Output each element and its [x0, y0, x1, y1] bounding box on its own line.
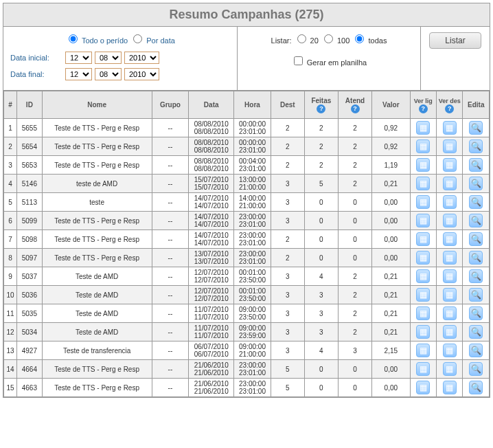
calendar-icon[interactable]: ▦ [416, 269, 430, 283]
magnifier-icon[interactable]: 🔍 [469, 344, 483, 357]
cell-num: 13 [4, 341, 17, 360]
cell-feitas: 0 [304, 360, 338, 379]
calendar-icon[interactable]: ▦ [416, 214, 430, 227]
calendar-icon[interactable]: ▦ [416, 288, 430, 302]
magnifier-icon[interactable]: 🔍 [469, 195, 483, 209]
calendar-icon[interactable]: ▦ [443, 121, 457, 135]
calendar-icon[interactable]: ▦ [416, 139, 430, 153]
table-row: 144664Teste de TTS - Perg e Resp--21/06/… [4, 360, 490, 379]
magnifier-icon[interactable]: 🔍 [469, 232, 483, 246]
spreadsheet-checkbox[interactable] [294, 56, 303, 65]
calendar-icon[interactable]: ▦ [416, 232, 430, 246]
cell-nome: Teste de TTS - Perg e Resp [42, 249, 152, 267]
col-hora: Hora [234, 91, 271, 119]
calendar-icon[interactable]: ▦ [416, 325, 430, 339]
list-all-option[interactable]: todas [352, 36, 387, 45]
calendar-icon[interactable]: ▦ [443, 381, 457, 394]
magnifier-icon[interactable]: 🔍 [469, 177, 483, 190]
period-bydate-option[interactable]: Por data [130, 36, 175, 45]
col-edita: Edita [463, 91, 490, 119]
calendar-icon[interactable]: ▦ [443, 251, 457, 265]
calendar-icon[interactable]: ▦ [443, 158, 457, 172]
help-icon[interactable]: ? [445, 104, 454, 113]
start-month-select[interactable]: 08 [95, 52, 122, 64]
col-verlig: Ver lig? [410, 91, 436, 119]
period-bydate-radio[interactable] [133, 34, 142, 43]
cell-valor: 0,00 [372, 212, 411, 230]
magnifier-icon[interactable]: 🔍 [469, 269, 483, 283]
list-button[interactable]: Listar [429, 32, 481, 49]
cell-grupo: -- [152, 249, 188, 267]
end-year-select[interactable]: 2010 [124, 68, 159, 80]
calendar-icon[interactable]: ▦ [416, 121, 430, 135]
cell-atend: 0 [338, 212, 371, 230]
cell-dest: 3 [271, 323, 304, 341]
calendar-icon[interactable]: ▦ [416, 362, 430, 376]
calendar-icon[interactable]: ▦ [443, 362, 457, 376]
calendar-icon[interactable]: ▦ [416, 177, 430, 190]
calendar-icon[interactable]: ▦ [443, 139, 457, 153]
magnifier-icon[interactable]: 🔍 [469, 381, 483, 394]
list-20-option[interactable]: 20 [294, 36, 319, 45]
cell-id: 5655 [17, 119, 42, 137]
calendar-icon[interactable]: ▦ [443, 232, 457, 246]
magnifier-icon[interactable]: 🔍 [469, 325, 483, 339]
start-year-select[interactable]: 2010 [124, 52, 159, 64]
magnifier-icon[interactable]: 🔍 [469, 121, 483, 135]
period-all-option[interactable]: Todo o perído [65, 36, 130, 45]
calendar-icon[interactable]: ▦ [416, 344, 430, 357]
cell-nome: Teste de TTS - Perg e Resp [42, 379, 152, 397]
calendar-icon[interactable]: ▦ [416, 306, 430, 320]
help-icon[interactable]: ? [317, 104, 325, 113]
cell-id: 4927 [17, 341, 42, 360]
end-day-select[interactable]: 12 [65, 68, 92, 80]
magnifier-icon[interactable]: 🔍 [469, 288, 483, 302]
calendar-icon[interactable]: ▦ [443, 288, 457, 302]
table-row: 85097Teste de TTS - Perg e Resp--13/07/2… [4, 249, 490, 267]
cell-feitas: 4 [304, 341, 338, 360]
list-100-option[interactable]: 100 [321, 36, 349, 45]
help-icon[interactable]: ? [419, 104, 428, 113]
campaign-summary-panel: Resumo Campanhas (275) Todo o perído Por… [3, 3, 490, 398]
cell-hora: 14:00:0021:00:00 [234, 193, 271, 212]
cell-nome: Teste de AMD [42, 304, 152, 323]
cell-grupo: -- [152, 304, 188, 323]
cell-atend: 0 [338, 379, 371, 397]
col-num: # [4, 91, 17, 119]
cell-feitas: 3 [304, 304, 338, 323]
calendar-icon[interactable]: ▦ [443, 344, 457, 357]
cell-id: 5654 [17, 137, 42, 156]
spreadsheet-option[interactable]: Gerar em planilha [291, 58, 367, 67]
calendar-icon[interactable]: ▦ [443, 195, 457, 209]
table-row: 15655Teste de TTS - Perg e Resp--08/08/2… [4, 119, 490, 137]
cell-grupo: -- [152, 193, 188, 212]
calendar-icon[interactable]: ▦ [443, 214, 457, 227]
period-all-radio[interactable] [69, 34, 78, 43]
calendar-icon[interactable]: ▦ [416, 251, 430, 265]
calendar-icon[interactable]: ▦ [443, 269, 457, 283]
help-icon[interactable]: ? [351, 104, 360, 113]
cell-valor: 0,00 [372, 379, 411, 397]
cell-hora: 13:00:0021:00:00 [234, 175, 271, 193]
table-row: 55113teste--14/07/201014/07/201014:00:00… [4, 193, 490, 212]
cell-data: 14/07/201014/07/2010 [189, 193, 234, 212]
calendar-icon[interactable]: ▦ [416, 158, 430, 172]
table-row: 45146teste de AMD--15/07/201015/07/20101… [4, 175, 490, 193]
calendar-icon[interactable]: ▦ [416, 381, 430, 394]
magnifier-icon[interactable]: 🔍 [469, 158, 483, 172]
cell-id: 5653 [17, 156, 42, 175]
cell-hora: 09:00:0023:50:00 [234, 304, 271, 323]
end-month-select[interactable]: 08 [95, 68, 122, 80]
calendar-icon[interactable]: ▦ [416, 195, 430, 209]
calendar-icon[interactable]: ▦ [443, 177, 457, 190]
cell-num: 4 [4, 175, 17, 193]
calendar-icon[interactable]: ▦ [443, 325, 457, 339]
magnifier-icon[interactable]: 🔍 [469, 139, 483, 153]
magnifier-icon[interactable]: 🔍 [469, 251, 483, 265]
calendar-icon[interactable]: ▦ [443, 306, 457, 320]
start-day-select[interactable]: 12 [65, 52, 92, 64]
magnifier-icon[interactable]: 🔍 [469, 214, 483, 227]
magnifier-icon[interactable]: 🔍 [469, 362, 483, 376]
magnifier-icon[interactable]: 🔍 [469, 306, 483, 320]
cell-valor: 0,21 [372, 286, 411, 304]
